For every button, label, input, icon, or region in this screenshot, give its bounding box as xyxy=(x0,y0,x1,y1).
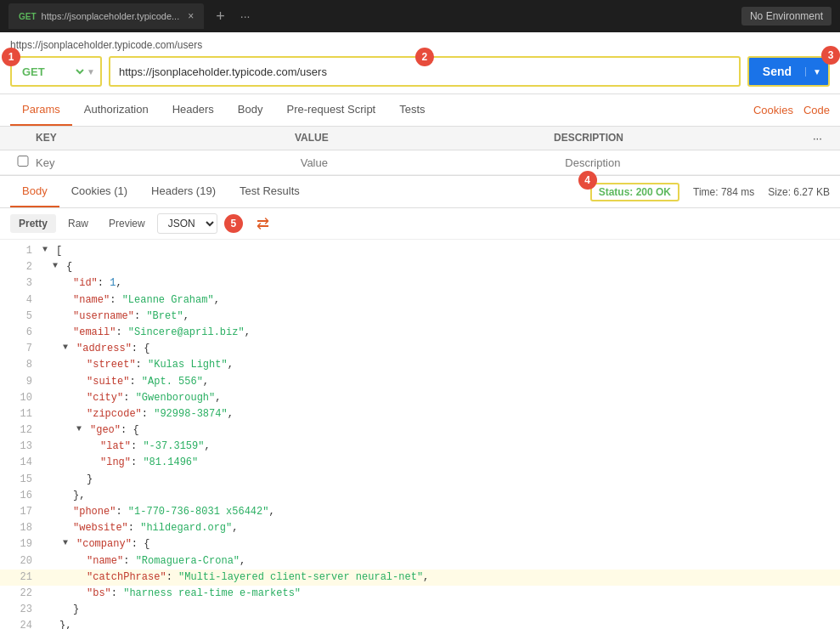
line-number: 9 xyxy=(7,374,32,390)
json-line: 13 "lat": "-37.3159", xyxy=(0,439,840,455)
line-number: 21 xyxy=(7,570,32,586)
tab-body[interactable]: Body xyxy=(226,94,275,126)
json-line: 6 "email": "Sincere@april.biz", xyxy=(0,325,840,341)
new-tab-button[interactable]: + xyxy=(211,8,230,26)
resp-tab-test-results[interactable]: Test Results xyxy=(228,176,312,207)
collapse-arrow[interactable]: ▼ xyxy=(76,422,87,439)
status-badge: Status: 200 OK xyxy=(590,183,679,201)
json-key: "email" xyxy=(73,325,116,341)
params-row-check[interactable] xyxy=(10,156,36,169)
method-dropdown[interactable]: 1 GET POST PUT DELETE PATCH ▼ xyxy=(10,56,102,87)
json-string: "hildegard.org" xyxy=(140,520,232,536)
top-bar: GET https://jsonplaceholder.typicode... … xyxy=(0,0,840,32)
json-line: 3 "id": 1, xyxy=(0,275,840,292)
json-string: "Apt. 556" xyxy=(142,374,203,390)
collapse-arrow[interactable]: ▼ xyxy=(63,341,73,357)
tab-tests[interactable]: Tests xyxy=(387,94,437,126)
view-tab-raw[interactable]: Raw xyxy=(59,214,97,233)
tab-close-icon[interactable]: × xyxy=(188,10,194,22)
view-tab-preview[interactable]: Preview xyxy=(100,214,154,233)
json-key: "geo" xyxy=(90,422,121,439)
json-string: "Romaguera-Crona" xyxy=(136,553,240,570)
resp-tab-cookies[interactable]: Cookies (1) xyxy=(59,176,139,207)
code-link[interactable]: Code xyxy=(803,104,830,116)
json-key: "id" xyxy=(73,275,98,292)
json-key: "company" xyxy=(76,536,132,552)
json-bracket: [ xyxy=(56,243,62,259)
params-desc-input[interactable] xyxy=(565,156,830,169)
json-line: 24 }, xyxy=(0,618,840,629)
tab-pre-request-script[interactable]: Pre-request Script xyxy=(274,94,387,126)
send-button[interactable]: Send ▼ xyxy=(747,56,830,87)
json-key: "lng" xyxy=(100,455,131,471)
params-row-desc xyxy=(565,156,830,169)
badge-5-wrapper: 5 xyxy=(224,214,243,233)
line-number: 2 xyxy=(7,259,32,275)
json-string: "Multi-layered client-server neural-net" xyxy=(178,570,423,586)
json-string: "92998-3874" xyxy=(154,406,227,422)
params-checkbox[interactable] xyxy=(10,156,36,167)
json-line: 16 }, xyxy=(0,488,840,504)
line-number: 1 xyxy=(7,243,32,259)
format-select[interactable]: JSON XML HTML Text xyxy=(157,213,217,234)
send-dropdown-icon[interactable]: ▼ xyxy=(805,67,828,76)
collapse-arrow[interactable]: ▼ xyxy=(42,259,63,275)
view-tabs-bar: Pretty Raw Preview JSON XML HTML Text 5 … xyxy=(0,208,840,240)
line-number: 3 xyxy=(7,275,32,292)
params-key-header: KEY xyxy=(36,132,295,144)
collapse-arrow[interactable]: ▼ xyxy=(63,536,73,552)
tab-headers[interactable]: Headers xyxy=(161,94,226,126)
response-time: Time: 784 ms xyxy=(693,186,754,198)
params-table: KEY VALUE DESCRIPTION ··· xyxy=(0,127,840,176)
line-number: 17 xyxy=(7,504,32,520)
params-header-row: KEY VALUE DESCRIPTION ··· xyxy=(0,127,840,150)
params-key-input[interactable] xyxy=(36,156,301,169)
request-tab[interactable]: GET https://jsonplaceholder.typicode... … xyxy=(8,3,204,29)
url-bar-area: https://jsonplaceholder.typicode.com/use… xyxy=(0,32,840,94)
line-number: 20 xyxy=(7,553,32,570)
send-label: Send xyxy=(749,65,805,78)
line-number: 22 xyxy=(7,586,32,602)
json-line: 10 "city": "Gwenborough", xyxy=(0,390,840,406)
resp-tab-headers[interactable]: Headers (19) xyxy=(139,176,228,207)
json-line-highlight: 21 "catchPhrase": "Multi-layered client-… xyxy=(0,570,840,586)
json-string: "Bret" xyxy=(146,309,183,325)
wrap-button[interactable]: ⇄ xyxy=(253,214,273,233)
environment-selector[interactable]: No Environment xyxy=(741,7,832,26)
params-value-input[interactable] xyxy=(301,156,566,169)
method-select[interactable]: GET POST PUT DELETE PATCH xyxy=(12,58,87,85)
collapse-arrow[interactable]: ▼ xyxy=(42,243,53,259)
url-input-wrapper: 2 xyxy=(109,56,741,87)
tab-params[interactable]: Params xyxy=(10,94,72,126)
view-tab-pretty[interactable]: Pretty xyxy=(10,214,56,233)
params-desc-header: DESCRIPTION xyxy=(554,132,813,144)
tab-authorization[interactable]: Authorization xyxy=(72,94,161,126)
badge-4: 4 xyxy=(578,171,597,190)
tab-url-text: https://jsonplaceholder.typicode... xyxy=(42,11,180,21)
line-number: 12 xyxy=(7,422,32,439)
tab-method-badge: GET xyxy=(19,12,37,21)
more-tabs-button[interactable]: ··· xyxy=(237,9,254,23)
json-line: 12 ▼ "geo": { xyxy=(0,422,840,439)
line-number: 5 xyxy=(7,309,32,325)
json-string: "Sincere@april.biz" xyxy=(128,325,245,341)
line-number: 23 xyxy=(7,602,32,618)
cookies-link[interactable]: Cookies xyxy=(753,104,793,116)
url-input[interactable] xyxy=(110,65,739,78)
json-line: 19 ▼ "company": { xyxy=(0,536,840,552)
json-line: 4 "name": "Leanne Graham", xyxy=(0,292,840,309)
json-line: 18 "website": "hildegard.org", xyxy=(0,520,840,536)
resp-tab-body[interactable]: Body xyxy=(10,176,59,207)
badge-5: 5 xyxy=(224,214,243,233)
response-tabs-bar: Body Cookies (1) Headers (19) Test Resul… xyxy=(0,176,840,208)
json-bracket: }, xyxy=(59,618,71,629)
json-key: "address" xyxy=(76,341,132,357)
json-number: 1 xyxy=(110,275,116,292)
json-key: "catchPhrase" xyxy=(87,570,166,586)
line-number: 15 xyxy=(7,472,32,488)
json-line: 9 "suite": "Apt. 556", xyxy=(0,374,840,390)
line-number: 14 xyxy=(7,455,32,471)
params-row-key xyxy=(36,156,301,169)
json-line: 11 "zipcode": "92998-3874", xyxy=(0,406,840,422)
line-number: 19 xyxy=(7,536,32,552)
